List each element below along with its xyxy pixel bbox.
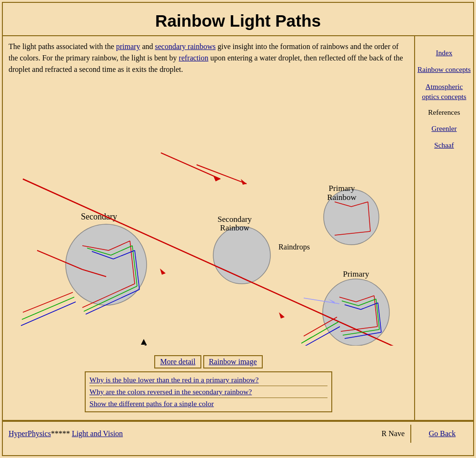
rainbow-image-button[interactable]: Rainbow image <box>203 355 263 368</box>
footer-left-content: HyperPhysics***** Light and Vision <box>9 429 123 438</box>
content-area: The light paths associated with the prim… <box>3 36 415 420</box>
primary-link[interactable]: primary <box>116 42 140 50</box>
page-title: Rainbow Light Paths <box>8 11 468 30</box>
page-container: Rainbow Light Paths The light paths asso… <box>2 2 474 456</box>
footer: HyperPhysics***** Light and Vision R Nav… <box>3 421 473 446</box>
references-label: References <box>417 108 471 117</box>
footer-left: HyperPhysics***** Light and Vision R Nav… <box>3 425 411 443</box>
raindrops-label: Raindrops <box>278 243 310 251</box>
secondary-rainbow-label2: Rainbow <box>220 223 249 232</box>
go-back-link[interactable]: Go Back <box>429 429 456 438</box>
footer-author: R Nave <box>382 429 405 438</box>
refraction-link[interactable]: refraction <box>179 54 208 62</box>
light-vision-link[interactable]: Light and Vision <box>72 429 123 438</box>
secondary-rainbow-droplet <box>213 227 270 284</box>
links-box: Why is the blue lower than the red in a … <box>85 371 332 412</box>
page-header: Rainbow Light Paths <box>3 3 473 36</box>
sidebar-atmospheric-optics-link[interactable]: Atmospheric optics concepts <box>417 81 471 102</box>
secondary-rainbows-link[interactable]: secondary rainbows <box>155 42 216 50</box>
primary-label: Primary <box>343 269 369 279</box>
hyperphysics-link[interactable]: HyperPhysics <box>9 429 51 438</box>
sidebar-index-link[interactable]: Index <box>417 48 471 58</box>
buttons-area: More detailRainbow image <box>9 355 408 368</box>
link-colors-reversed[interactable]: Why are the colors reversed in the secon… <box>89 386 327 398</box>
footer-stars: ***** <box>51 429 70 438</box>
footer-right: Go Back <box>411 425 473 443</box>
more-detail-button[interactable]: More detail <box>154 355 201 368</box>
sidebar-rainbow-concepts-link[interactable]: Rainbow concepts <box>417 64 471 74</box>
diagram-svg: Secondary Primary Rainbow Secondary Rain… <box>9 79 408 346</box>
diagram-area: Secondary Primary Rainbow Secondary Rain… <box>9 79 408 350</box>
intro-text: The light paths associated with the prim… <box>9 41 408 75</box>
link-single-color[interactable]: Show the different paths for a single co… <box>89 398 327 409</box>
primary-rainbow-label2: Rainbow <box>327 193 357 202</box>
sidebar: Index Rainbow concepts Atmospheric optic… <box>415 36 473 420</box>
primary-rainbow-label: Primary <box>329 184 355 193</box>
secondary-rainbow-label: Secondary <box>218 215 252 224</box>
main-layout: The light paths associated with the prim… <box>3 36 473 421</box>
sidebar-greenler-link[interactable]: Greenler <box>417 123 471 133</box>
link-blue-lower[interactable]: Why is the blue lower than the red in a … <box>89 374 327 386</box>
sidebar-schaaf-link[interactable]: Schaaf <box>417 140 471 150</box>
